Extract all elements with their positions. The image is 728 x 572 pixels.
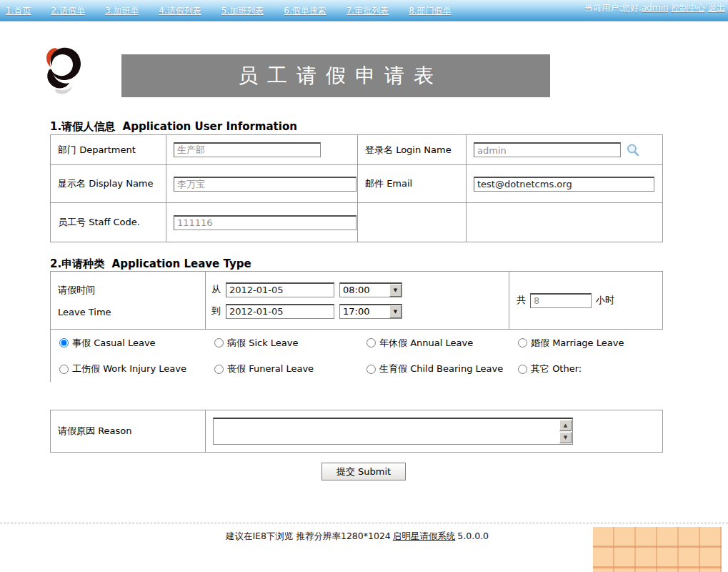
user-info-table: 部门 Department 登录名 Login Name 显示名 Display…	[50, 134, 663, 242]
leave-type-radio[interactable]	[59, 338, 69, 347]
section2-heading: 2.申请种类 Application Leave Type	[50, 257, 251, 271]
total-hours-input[interactable]	[530, 293, 592, 308]
to-time-value: 17:00	[340, 305, 389, 318]
nav-item-dept-leave[interactable]: 8.部门假单	[409, 5, 451, 17]
footer-system-link[interactable]: 启明星请假系统	[393, 531, 456, 541]
leave-type-label: 年休假 Annual Leave	[379, 337, 473, 350]
leave-type-option-annual[interactable]: 年休假 Annual Leave	[358, 330, 509, 356]
nav-item-approval-list[interactable]: 7.审批列表	[346, 5, 389, 17]
leave-type-label: 事假 Casual Leave	[72, 337, 156, 350]
nav-item-home[interactable]: 1.首页	[6, 5, 31, 17]
leave-type-radio[interactable]	[214, 365, 224, 374]
leave-type-option-casual[interactable]: 事假 Casual Leave	[51, 330, 206, 356]
staff-code-input[interactable]	[174, 215, 356, 230]
leave-type-option-funeral[interactable]: 丧假 Funeral Leave	[206, 356, 358, 382]
empty-cell	[358, 203, 467, 242]
staff-code-label: 员工号 Staff Code.	[58, 216, 140, 229]
nav-item-leave-list[interactable]: 4.请假列表	[159, 5, 201, 17]
leave-type-label: 其它 Other:	[531, 363, 582, 375]
to-label: 到	[211, 305, 221, 317]
current-user-prefix: 当前用户:您好,	[584, 3, 642, 13]
leave-type-option-other[interactable]: 其它 Other:	[509, 356, 663, 382]
leave-type-radio[interactable]	[214, 338, 224, 347]
submit-button[interactable]: 提交 Submit	[321, 463, 406, 480]
leave-type-option-child-bearing[interactable]: 生育假 Child Bearing Leave	[358, 356, 509, 382]
footer: 建议在IE8下浏览 推荐分辨率1280*1024启明星请假系统5.0.0.0	[0, 531, 714, 543]
total-unit-label: 小时	[596, 294, 614, 307]
display-name-label: 显示名 Display Name	[58, 177, 154, 190]
leave-type-radio[interactable]	[367, 365, 376, 374]
nav-item-leave-form[interactable]: 2.请假单	[51, 5, 84, 17]
nav-item-leave-search[interactable]: 6.假单搜索	[284, 5, 326, 17]
email-input[interactable]	[474, 177, 654, 192]
leave-time-label-cn: 请假时间	[58, 284, 95, 297]
leave-type-option-sick[interactable]: 病假 Sick Leave	[206, 330, 358, 356]
leave-time-inputs-cell: 从 08:00 ▼ 到 17:00 ▼	[206, 272, 509, 330]
logout-link[interactable]: 退出	[708, 3, 725, 13]
leave-type-label: 工伤假 Work Injury Leave	[72, 363, 186, 375]
leave-time-label-en: Leave Time	[58, 307, 111, 317]
leave-type-radio[interactable]	[59, 365, 69, 374]
current-user-link[interactable]: admin	[642, 3, 669, 13]
to-time-select[interactable]: 17:00 ▼	[339, 304, 402, 319]
top-nav-bar: 1.首页 2.请假单 3.加班单 4.请假列表 5.加班列表 6.假单搜索 7.…	[0, 0, 728, 21]
email-label: 邮件 Email	[365, 177, 412, 190]
total-hours-cell: 共 小时	[509, 272, 663, 330]
section1-heading: 1.请假人信息 Application User Information	[50, 120, 297, 134]
leave-type-radio[interactable]	[518, 338, 527, 347]
from-label: 从	[211, 283, 221, 296]
leave-type-label: 丧假 Funeral Leave	[227, 363, 314, 375]
login-name-input[interactable]	[474, 142, 621, 157]
department-label: 部门 Department	[58, 144, 136, 157]
leave-type-radio[interactable]	[518, 365, 527, 374]
login-name-label: 登录名 Login Name	[365, 144, 452, 157]
leave-type-table: 请假时间 Leave Time 从 08:00 ▼ 到 17:00 ▼ 共 小时…	[50, 271, 663, 382]
total-label: 共	[517, 294, 526, 307]
leave-type-label: 婚假 Marriage Leave	[531, 337, 624, 350]
reason-textarea[interactable]: ▲ ▼	[213, 418, 573, 445]
display-name-input[interactable]	[174, 177, 356, 192]
footer-notice: 建议在IE8下浏览 推荐分辨率1280*1024	[226, 531, 391, 541]
logo	[43, 46, 86, 104]
from-time-select[interactable]: 08:00 ▼	[339, 282, 402, 297]
reason-scrollbar[interactable]: ▲ ▼	[559, 420, 572, 443]
scroll-up-icon[interactable]: ▲	[559, 420, 572, 431]
footer-version: 5.0.0.0	[457, 531, 489, 541]
footer-divider	[0, 523, 728, 523]
control-center-link[interactable]: 控制中心	[671, 3, 705, 13]
leave-type-label: 生育假 Child Bearing Leave	[379, 363, 503, 375]
reason-table: 请假原因 Reason ▲ ▼	[50, 410, 663, 453]
reason-label: 请假原因 Reason	[58, 425, 132, 438]
leave-type-option-marriage[interactable]: 婚假 Marriage Leave	[509, 330, 663, 356]
nav-item-overtime-list[interactable]: 5.加班列表	[221, 5, 264, 17]
chevron-down-icon[interactable]: ▼	[389, 305, 402, 318]
leave-type-label: 病假 Sick Leave	[227, 337, 298, 350]
leave-type-option-work-injury[interactable]: 工伤假 Work Injury Leave	[51, 356, 206, 382]
from-date-input[interactable]	[226, 282, 334, 297]
to-date-input[interactable]	[226, 304, 334, 319]
scroll-down-icon[interactable]: ▼	[559, 432, 572, 443]
nav-item-overtime-form[interactable]: 3.加班单	[105, 5, 139, 17]
current-user-info: 当前用户:您好,admin 控制中心 退出	[584, 3, 725, 14]
from-time-value: 08:00	[340, 284, 389, 297]
chevron-down-icon[interactable]: ▼	[389, 284, 402, 297]
department-input[interactable]	[174, 142, 321, 157]
empty-cell	[467, 203, 663, 242]
page-title: 员工请假申请表	[121, 54, 550, 97]
leave-type-radio[interactable]	[367, 338, 376, 347]
search-icon[interactable]	[626, 143, 640, 157]
leave-time-label-cell: 请假时间 Leave Time	[51, 272, 206, 330]
